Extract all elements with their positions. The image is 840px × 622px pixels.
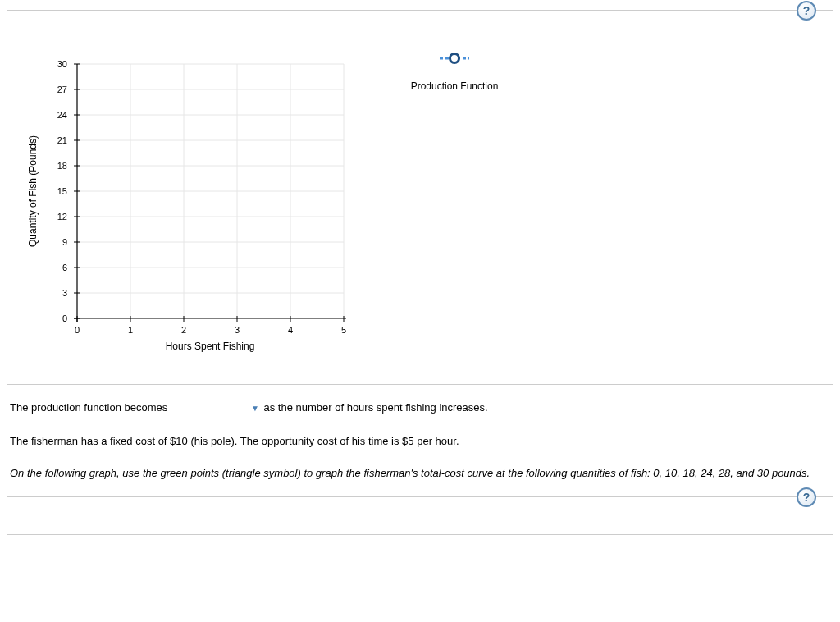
chart-row: 0 1 2 3 4 5 0 3 6 9 12 15 18 21 2 [20,23,820,359]
production-function-chart[interactable]: 0 1 2 3 4 5 0 3 6 9 12 15 18 21 2 [20,23,372,359]
sentence1-after: as the number of hours spent fishing inc… [263,401,487,414]
chart-card-2: ? [7,496,833,535]
legend: Production Function [397,53,512,92]
legend-label: Production Function [411,80,499,92]
y-tick-7: 21 [57,135,67,145]
y-tick-3: 9 [62,237,67,247]
legend-marker-circle-icon [438,53,471,64]
y-tick-0: 0 [62,313,67,323]
x-tick-1: 1 [128,325,133,335]
x-tick-0: 0 [75,325,80,335]
y-tick-2: 6 [62,263,67,272]
help-symbol: ? [803,491,810,504]
y-tick-8: 24 [57,110,67,120]
y-tick-5: 15 [57,186,67,196]
legend-item-production-function[interactable]: Production Function [397,53,512,92]
y-tick-4: 12 [57,212,67,222]
x-axis-label: Hours Spent Fishing [166,341,255,352]
sentence-fixed-cost: The fisherman has a fixed cost of $10 (h… [10,433,830,450]
help-icon[interactable]: ? [797,1,816,21]
sentence-production-function: The production function becomes ▼ as the… [10,400,830,418]
svg-point-35 [450,54,459,63]
sentence1-before: The production function becomes [10,401,167,414]
y-tick-1: 3 [62,288,67,298]
y-tick-9: 27 [57,85,67,94]
help-icon[interactable]: ? [797,487,816,507]
x-tick-2: 2 [181,325,186,335]
chart-card: ? [7,10,833,385]
chevron-down-icon: ▼ [251,404,259,413]
sentence-instructions: On the following graph, use the green po… [10,465,830,483]
x-tick-3: 3 [235,325,240,335]
x-tick-5: 5 [341,325,346,335]
y-tick-10: 30 [57,59,67,69]
help-symbol: ? [803,4,810,17]
fill-in-dropdown[interactable]: ▼ [171,400,261,418]
x-tick-4: 4 [288,325,293,335]
y-axis-label: Quantity of Fish (Pounds) [27,135,39,247]
y-tick-6: 18 [57,161,67,171]
